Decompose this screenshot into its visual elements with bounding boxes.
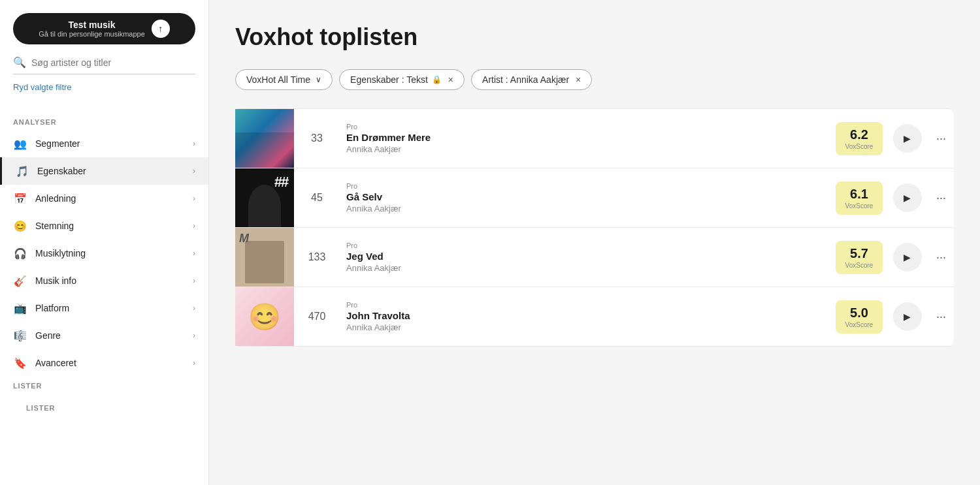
anledning-label: Anledning xyxy=(35,193,185,204)
musik-info-chevron-icon: › xyxy=(193,276,195,285)
genre-icon: 🎼 xyxy=(13,328,27,343)
test-musik-button[interactable]: Test musik Gå til din personlige musikma… xyxy=(13,13,195,44)
section-label-1: LISTER xyxy=(0,382,208,390)
sidebar-sections: ANALYSER👥Segmenter›🎵Egenskaber›📅Anlednin… xyxy=(0,113,208,394)
voxscore-value-1: 6.1 xyxy=(850,187,868,202)
song-info-0: ProEn Drømmer MereAnnika Aakjær xyxy=(340,123,836,154)
song-pro-label-3: Pro xyxy=(346,301,829,309)
voxscore-label-1: VoxScore xyxy=(845,202,874,210)
song-row-1: ##45ProGå SelvAnnika Aakjær6.1VoxScore▶·… xyxy=(235,168,954,228)
platform-icon: 📺 xyxy=(13,301,27,315)
segmenter-chevron-icon: › xyxy=(193,139,195,148)
play-button-2[interactable]: ▶ xyxy=(893,243,922,272)
more-button-2[interactable]: ··· xyxy=(928,245,954,270)
page-title: Voxhot toplisten xyxy=(235,23,954,51)
song-title-2: Jeg Ved xyxy=(346,251,829,262)
search-icon: 🔍 xyxy=(13,56,26,69)
avanceret-chevron-icon: › xyxy=(193,358,195,368)
egenskaber-label: Egenskaber xyxy=(37,166,185,176)
song-rank-1: 45 xyxy=(294,192,340,204)
voxscore-value-3: 5.0 xyxy=(850,305,868,321)
voxscore-badge-0: 6.2VoxScore xyxy=(836,122,883,155)
lister-section-label: LISTER xyxy=(13,404,195,412)
sidebar-top: Test musik Gå til din personlige musikma… xyxy=(0,13,208,113)
song-artist-2: Annika Aakjær xyxy=(346,263,829,273)
filter-chip-egenskaber[interactable]: Egenskaber : Tekst 🔒 × xyxy=(339,69,465,90)
song-title-3: John Travolta xyxy=(346,310,829,321)
song-rank-0: 33 xyxy=(294,133,340,144)
musiklytning-chevron-icon: › xyxy=(193,249,195,258)
musik-info-icon: 🎸 xyxy=(13,274,27,288)
filter-label-artist: Artist : Annika Aakjær xyxy=(482,74,569,85)
more-icon: ··· xyxy=(936,191,946,204)
sidebar-nav-0: 👥Segmenter›🎵Egenskaber›📅Anledning›😊Stemn… xyxy=(0,130,208,377)
voxscore-badge-1: 6.1VoxScore xyxy=(836,181,883,215)
sidebar-item-anledning[interactable]: 📅Anledning› xyxy=(0,185,208,212)
voxscore-label-3: VoxScore xyxy=(845,321,874,328)
play-button-0[interactable]: ▶ xyxy=(893,124,922,153)
stemning-chevron-icon: › xyxy=(193,221,195,230)
egenskaber-icon: 🎵 xyxy=(15,164,29,178)
section-label-0: ANALYSER xyxy=(0,118,208,126)
search-input[interactable] xyxy=(31,57,195,68)
stemning-icon: 😊 xyxy=(13,219,27,233)
filter-label-time: VoxHot All Time xyxy=(246,74,310,85)
close-icon[interactable]: × xyxy=(448,74,453,85)
song-list: 33ProEn Drømmer MereAnnika Aakjær6.2VoxS… xyxy=(235,108,954,347)
anledning-chevron-icon: › xyxy=(193,194,195,203)
sidebar-item-segmenter[interactable]: 👥Segmenter› xyxy=(0,130,208,157)
cta-title: Test musik xyxy=(68,20,115,30)
genre-chevron-icon: › xyxy=(193,331,195,340)
play-icon: ▶ xyxy=(904,133,911,144)
song-info-3: ProJohn TravoltaAnnika Aakjær xyxy=(340,301,836,332)
platform-label: Platform xyxy=(35,303,185,313)
sidebar: Test musik Gå til din personlige musikma… xyxy=(0,0,209,485)
sidebar-item-platform[interactable]: 📺Platform› xyxy=(0,294,208,322)
filter-chip-time[interactable]: VoxHot All Time ∨ xyxy=(235,69,333,90)
voxscore-value-2: 5.7 xyxy=(850,246,868,261)
more-button-3[interactable]: ··· xyxy=(928,305,954,329)
song-rank-2: 133 xyxy=(294,251,340,263)
song-thumb-1: ## xyxy=(235,168,294,227)
play-icon: ▶ xyxy=(904,193,911,203)
sidebar-item-genre[interactable]: 🎼Genre› xyxy=(0,322,208,349)
more-button-1[interactable]: ··· xyxy=(928,186,954,210)
song-title-0: En Drømmer Mere xyxy=(346,132,829,143)
sidebar-item-musiklytning[interactable]: 🎧Musiklytning› xyxy=(0,240,208,267)
voxscore-label-0: VoxScore xyxy=(845,143,874,150)
sidebar-item-stemning[interactable]: 😊Stemning› xyxy=(0,212,208,240)
segmenter-icon: 👥 xyxy=(13,136,27,151)
song-pro-label-2: Pro xyxy=(346,242,829,249)
song-thumb-2: M xyxy=(235,228,294,287)
sidebar-item-musik-info[interactable]: 🎸Musik info› xyxy=(0,267,208,294)
sidebar-item-avanceret[interactable]: 🔖Avanceret› xyxy=(0,349,208,377)
filter-chip-artist[interactable]: Artist : Annika Aakjær × xyxy=(471,69,592,90)
musiklytning-label: Musiklytning xyxy=(35,248,185,258)
more-button-0[interactable]: ··· xyxy=(928,127,954,151)
play-button-3[interactable]: ▶ xyxy=(893,302,922,331)
more-icon: ··· xyxy=(936,132,946,145)
song-rank-3: 470 xyxy=(294,311,340,322)
song-thumb-3: 😊 xyxy=(235,287,294,346)
play-button-1[interactable]: ▶ xyxy=(893,183,922,212)
song-pro-label-1: Pro xyxy=(346,182,829,190)
platform-chevron-icon: › xyxy=(193,304,195,313)
play-icon: ▶ xyxy=(904,311,911,322)
song-artist-3: Annika Aakjær xyxy=(346,322,829,332)
sidebar-item-egenskaber[interactable]: 🎵Egenskaber› xyxy=(0,157,208,185)
genre-label: Genre xyxy=(35,330,185,341)
voxscore-badge-2: 5.7VoxScore xyxy=(836,241,883,274)
chevron-down-icon: ∨ xyxy=(316,75,321,84)
song-row-3: 😊470ProJohn TravoltaAnnika Aakjær5.0VoxS… xyxy=(235,287,954,347)
segmenter-label: Segmenter xyxy=(35,138,185,149)
close-icon[interactable]: × xyxy=(576,74,581,85)
song-title-1: Gå Selv xyxy=(346,191,829,202)
filters-row: VoxHot All Time ∨Egenskaber : Tekst 🔒 ×A… xyxy=(235,69,954,90)
musiklytning-icon: 🎧 xyxy=(13,246,27,260)
main-content: Voxhot toplisten VoxHot All Time ∨Egensk… xyxy=(209,0,980,485)
voxscore-value-0: 6.2 xyxy=(850,127,868,142)
reset-filters-button[interactable]: Ryd valgte filtre xyxy=(13,82,72,92)
avanceret-label: Avanceret xyxy=(35,358,185,368)
anledning-icon: 📅 xyxy=(13,191,27,206)
song-row-2: M133ProJeg VedAnnika Aakjær5.7VoxScore▶·… xyxy=(235,228,954,287)
